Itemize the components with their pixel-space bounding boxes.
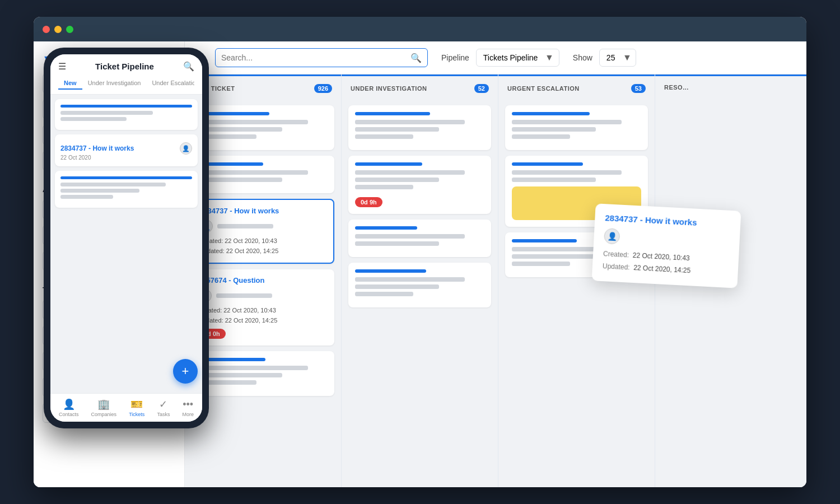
table-row[interactable] <box>348 220 491 257</box>
card-bar <box>355 226 417 230</box>
card-line <box>355 127 439 132</box>
footer-label-contacts: Contacts <box>59 412 79 417</box>
column-header-urgent-escalation: URGENT ESCALATION 53 <box>498 74 655 101</box>
phone-card-date: 22 Oct 2020 <box>60 155 192 161</box>
tab-new[interactable]: New <box>58 77 82 90</box>
table-row[interactable] <box>192 156 334 193</box>
pipeline-label: Pipeline <box>441 53 469 62</box>
ticket-card-title[interactable]: 2857674 - Question <box>198 276 328 284</box>
updated-label: Updated: 22 Oct 2020, 14:25 <box>199 246 326 256</box>
tasks-icon: ✓ <box>159 398 167 410</box>
footer-item-tickets[interactable]: 🎫 Tickets <box>129 398 144 417</box>
phone-content: 2834737 - How it works 👤 22 Oct 2020 <box>50 95 202 393</box>
updated-label: Updated: 22 Oct 2020, 14:25 <box>198 316 328 326</box>
tab-under-escalation[interactable]: Under Escalation <box>146 77 194 90</box>
table-row[interactable] <box>192 351 334 396</box>
ticket-card-2834737[interactable]: 2834737 - How it works 👤 Created: 22 Oct… <box>192 199 334 264</box>
pipeline-select-wrapper[interactable]: Tickets Pipeline Sales Pipeline Support … <box>476 49 559 67</box>
card-line <box>198 373 282 377</box>
column-badge-new-ticket: 926 <box>314 84 332 93</box>
search-input[interactable] <box>221 49 410 67</box>
search-icon[interactable]: 🔍 <box>183 61 194 72</box>
footer-label-tasks: Tasks <box>157 412 170 417</box>
card-line <box>355 234 465 239</box>
phone-card-lines <box>60 183 192 199</box>
table-row[interactable]: 0d 9h <box>348 156 491 214</box>
tab-under-investigation[interactable]: Under Investigation <box>82 77 147 90</box>
maximize-button[interactable] <box>66 26 73 33</box>
ticket-card-2857674[interactable]: 2857674 - Question 👤 Created: 22 Oct 202… <box>192 269 334 346</box>
phone-footer: 👤 Contacts 🏢 Companies 🎫 Tickets ✓ Tasks… <box>50 393 202 422</box>
card-line <box>355 170 465 175</box>
column-header-resolved: RESO... <box>655 74 806 99</box>
column-cards-urgent-escalation <box>498 101 655 487</box>
show-label: Show <box>573 53 592 62</box>
phone-card-lines <box>60 111 192 121</box>
card-line <box>512 254 596 259</box>
footer-label-companies: Companies <box>91 412 117 417</box>
phone-card-line <box>60 117 127 121</box>
list-item[interactable] <box>55 171 198 208</box>
created-label: Created: 22 Oct 2020, 10:43 <box>198 306 328 316</box>
card-line <box>512 120 622 124</box>
card-line <box>355 134 413 139</box>
popup-card: 2834737 - How it works 👤 Created: 22 Oct… <box>592 203 741 288</box>
footer-item-more[interactable]: ••• More <box>182 399 194 417</box>
fab-button[interactable]: + <box>173 359 198 384</box>
card-line <box>512 127 596 132</box>
card-line <box>512 262 570 266</box>
footer-item-companies[interactable]: 🏢 Companies <box>91 398 117 417</box>
card-line <box>198 170 308 175</box>
title-bar <box>34 17 806 41</box>
phone-screen: ☰ Ticket Pipeline 🔍 New Under Investigat… <box>50 54 202 422</box>
card-line <box>512 178 596 182</box>
phone-card-line <box>60 183 166 186</box>
card-date-info: Created: 22 Oct 2020, 10:43 Updated: 22 … <box>198 306 328 325</box>
desktop-window: ▼ Filters All Deals My Deals Team Deals … <box>34 17 806 487</box>
card-line <box>355 178 439 182</box>
card-line <box>355 277 465 282</box>
phone-card-bar <box>60 176 192 179</box>
popup-card-date: Created: 22 Oct 2020, 10:43 Updated: 22 … <box>602 248 729 279</box>
search-box[interactable]: 🔍 <box>215 48 428 67</box>
phone-header: ☰ Ticket Pipeline 🔍 New Under Investigat… <box>50 54 202 95</box>
mobile-phone: ☰ Ticket Pipeline 🔍 New Under Investigat… <box>44 48 209 428</box>
column-title-urgent-escalation: URGENT ESCALATION <box>507 85 580 92</box>
list-item[interactable] <box>55 99 198 130</box>
table-row[interactable] <box>505 105 648 150</box>
search-icon[interactable]: 🔍 <box>410 53 422 63</box>
phone-card-line <box>60 111 153 115</box>
ticket-card-title[interactable]: 2834737 - How it works <box>199 207 326 215</box>
close-button[interactable] <box>43 26 50 33</box>
show-select-wrapper[interactable]: 25 10 50 100 ▼ <box>599 49 636 67</box>
footer-item-tasks[interactable]: ✓ Tasks <box>157 398 170 417</box>
avatar: 👤 <box>604 228 620 244</box>
table-row[interactable] <box>348 263 491 307</box>
phone-pipeline-title[interactable]: Ticket Pipeline <box>95 62 154 71</box>
card-line <box>355 120 465 124</box>
footer-item-contacts[interactable]: 👤 Contacts <box>59 398 79 417</box>
pipeline-select[interactable]: Tickets Pipeline Sales Pipeline Support … <box>476 49 559 67</box>
column-cards-under-investigation: 0d 9h <box>342 101 498 487</box>
card-line <box>512 134 570 139</box>
column-badge-urgent-escalation: 53 <box>631 84 646 93</box>
card-date-info: Created: 22 Oct 2020, 10:43 Updated: 22 … <box>199 236 326 256</box>
card-meta: 👤 <box>199 220 326 233</box>
menu-icon[interactable]: ☰ <box>58 61 66 72</box>
main-header: ‹ 🔍 Pipeline Tickets Pipeline Sales Pipe… <box>185 41 806 74</box>
footer-label-more: More <box>182 412 194 417</box>
more-icon: ••• <box>183 399 193 410</box>
contacts-icon: 👤 <box>63 398 75 410</box>
table-row[interactable] <box>348 105 491 150</box>
phone-card-title[interactable]: 2834737 - How it works <box>60 144 134 152</box>
show-select[interactable]: 25 10 50 100 <box>599 49 636 67</box>
table-row[interactable] <box>192 105 334 150</box>
card-bar <box>355 112 430 115</box>
column-title-under-investigation: UNDER INVESTIGATION <box>351 85 427 92</box>
card-lines <box>355 234 484 246</box>
card-bar <box>512 112 590 115</box>
list-item[interactable]: 2834737 - How it works 👤 22 Oct 2020 <box>55 134 198 166</box>
card-avatar-line <box>216 293 272 298</box>
popup-card-title: 2834737 - How it works <box>605 213 731 229</box>
minimize-button[interactable] <box>54 26 62 33</box>
